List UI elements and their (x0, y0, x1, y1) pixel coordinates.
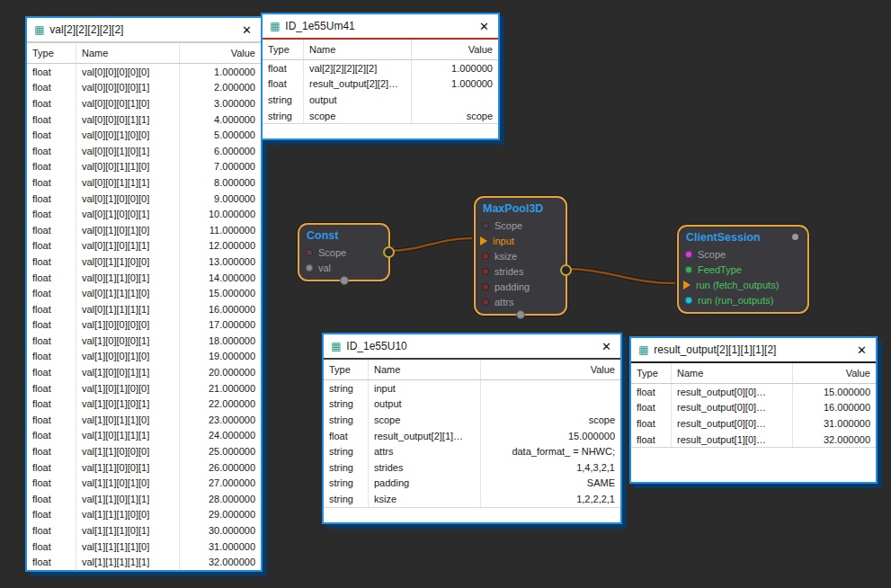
table-row[interactable]: floatval[1][1][1][1][1]32.000000 (27, 554, 261, 570)
node-clientsession[interactable]: ClientSession ScopeFeedTyperun (fetch_ou… (677, 225, 809, 314)
node-const[interactable]: Const Scopeval (298, 223, 390, 281)
table-row[interactable]: floatresult_output[0][0]…16.000000 (631, 400, 876, 416)
ksize-port[interactable] (482, 253, 489, 260)
table-row[interactable]: floatresult_output[0][0]…31.000000 (631, 415, 876, 432)
table-row[interactable]: stringksize1,2,2,2,1 (324, 491, 620, 507)
panel-titlebar[interactable]: ▦ result_output[2][1][1][1][2] ✕ (631, 338, 876, 361)
table-row[interactable]: stringscopescope (324, 412, 620, 428)
close-icon[interactable]: ✕ (477, 20, 491, 33)
table-row[interactable]: floatval[1][1][0][1][1]28.000000 (27, 491, 261, 507)
table-row[interactable]: floatval[1][0][1][0][0]21.000000 (27, 380, 261, 396)
column-header-value[interactable]: Value (412, 40, 498, 59)
table-row[interactable]: stringattrsdata_format_ = NHWC; (324, 443, 620, 459)
table-row[interactable]: floatval[1][1][1][0][0]29.000000 (27, 507, 261, 523)
table-row[interactable]: floatval[0][1][1][1][0]15.000000 (27, 285, 261, 301)
node-bottom-handle[interactable] (516, 310, 525, 319)
table-row[interactable]: floatresult_output[0][0]…15.000000 (631, 384, 876, 400)
padding-port[interactable] (482, 283, 489, 290)
column-header-name[interactable]: Name (76, 43, 180, 63)
scope-port[interactable] (306, 249, 313, 256)
table-row[interactable]: floatval[1][0][0][0][0]17.000000 (27, 317, 261, 334)
column-header-value[interactable]: Value (793, 363, 876, 383)
table-row[interactable]: stringinput (324, 380, 620, 396)
column-header-name[interactable]: Name (369, 360, 481, 379)
node-maxpool3d[interactable]: MaxPool3D Scopeinputksizestridespaddinga… (474, 196, 567, 316)
attrs-port-label: attrs (495, 297, 513, 307)
table-row[interactable]: floatval[1][1][0][0][1]26.000000 (27, 459, 261, 476)
table-row[interactable]: floatval[0][0][1][1][1]8.000000 (27, 174, 261, 191)
wire-maxpool-to-clientsession[interactable] (566, 269, 675, 283)
node-bottom-handle[interactable] (340, 276, 349, 285)
table-row[interactable]: floatval[0][1][0][0][1]10.000000 (27, 206, 261, 222)
panel-titlebar[interactable]: ▦ ID_1e55Um41 ✕ (263, 14, 498, 38)
val-port[interactable] (306, 264, 313, 272)
feedtype-port[interactable] (685, 266, 692, 273)
close-icon[interactable]: ✕ (240, 23, 254, 37)
table-cell (412, 92, 498, 108)
table-row[interactable]: floatval[0][1][1][1][1]16.000000 (27, 301, 261, 317)
table-row[interactable]: floatval[0][1][0][1][1]12.000000 (27, 238, 261, 254)
table-row[interactable]: floatresult_output[1][0]…32.000000 (631, 432, 876, 448)
table-row[interactable]: floatval[1][0][1][1][0]23.000000 (27, 412, 261, 428)
table-row[interactable]: floatval[1][1][0][0][0]25.000000 (27, 443, 261, 459)
table-row[interactable]: floatval[0][1][1][0][0]13.000000 (27, 254, 261, 270)
table-row[interactable]: floatval[2][2][2][2][2]1.000000 (263, 60, 498, 76)
table-row[interactable]: stringstrides1,4,3,2,1 (324, 459, 620, 476)
table-row[interactable]: floatval[0][0][0][1][0]3.000000 (27, 95, 261, 111)
panel-title: result_output[2][1][1][1][2] (654, 343, 850, 356)
panel-titlebar[interactable]: ▦ ID_1e55U10 ✕ (324, 334, 620, 358)
run-fetch-outputs-port[interactable] (683, 281, 691, 290)
table-row[interactable]: floatval[0][1][1][0][1]14.000000 (27, 270, 261, 286)
run-run-outputs-port[interactable] (685, 297, 692, 304)
input-port[interactable] (480, 236, 487, 245)
table-row[interactable]: floatval[0][1][0][1][0]11.000000 (27, 222, 261, 238)
table-row[interactable]: floatval[0][0][1][1][0]7.000000 (27, 159, 261, 175)
table-row[interactable]: stringoutput (263, 92, 498, 108)
table-row[interactable]: floatval[1][0][0][0][1]18.000000 (27, 333, 261, 349)
column-header-type[interactable]: Type (324, 360, 369, 379)
close-icon[interactable]: ✕ (855, 343, 869, 357)
table-cell: val[0][1][1][0][0] (76, 254, 180, 270)
table-cell: float (27, 270, 76, 286)
table-row[interactable]: floatval[1][0][1][0][1]22.000000 (27, 396, 261, 412)
output-port[interactable] (560, 264, 572, 276)
column-header-type[interactable]: Type (27, 43, 76, 63)
table-cell: scope (481, 412, 620, 428)
output-port[interactable] (383, 246, 395, 258)
column-header-type[interactable]: Type (631, 363, 672, 383)
table-row[interactable]: floatresult_output[2][2]…1.000000 (263, 76, 498, 93)
table-row[interactable]: floatval[0][1][0][0][0]9.000000 (27, 191, 261, 207)
table-cell: float (27, 396, 76, 412)
table-row[interactable]: floatresult_output[2][1]…15.000000 (324, 428, 620, 444)
table-row[interactable]: floatval[1][0][0][1][1]20.000000 (27, 364, 261, 380)
table-row[interactable]: floatval[1][0][1][1][1]24.000000 (27, 428, 261, 444)
table-row[interactable]: floatval[0][0][0][0][0]1.000000 (27, 64, 261, 80)
table-cell: 1.000000 (412, 76, 498, 93)
column-header-name[interactable]: Name (672, 363, 793, 383)
scope-port[interactable] (685, 251, 692, 258)
close-icon[interactable]: ✕ (600, 340, 613, 353)
table-row[interactable]: floatval[1][1][1][0][1]30.000000 (27, 522, 261, 539)
table-row[interactable]: stringoutput (324, 396, 620, 413)
table-row[interactable]: stringscopescope (263, 108, 498, 124)
table-row[interactable]: floatval[0][0][1][0][1]6.000000 (27, 143, 261, 159)
table-row[interactable]: floatval[1][1][0][1][0]27.000000 (27, 475, 261, 491)
wire-const-to-maxpool-input[interactable] (388, 238, 472, 251)
table-row[interactable]: floatval[1][1][1][1][0]31.000000 (27, 539, 261, 555)
scope-port[interactable] (482, 222, 489, 229)
table-row[interactable]: floatval[0][0][1][0][0]5.000000 (27, 127, 261, 143)
attrs-port[interactable] (482, 298, 489, 306)
table-cell: 10.000000 (180, 206, 261, 222)
table-row[interactable]: floatval[0][0][0][1][1]4.000000 (27, 111, 261, 128)
column-header-value[interactable]: Value (481, 360, 620, 379)
table-row[interactable]: stringpaddingSAME (324, 476, 620, 492)
graph-canvas[interactable]: Const Scopeval MaxPool3D Scopeinputksize… (0, 0, 891, 588)
table-row[interactable]: floatval[0][0][0][0][1]2.000000 (27, 80, 261, 96)
table-row[interactable]: floatval[1][0][0][1][0]19.000000 (27, 349, 261, 365)
scope-port-label: Scope (698, 249, 726, 260)
column-header-value[interactable]: Value (180, 43, 261, 63)
panel-titlebar[interactable]: ▦ val[2][2][2][2][2] ✕ (27, 18, 261, 41)
column-header-name[interactable]: Name (304, 40, 412, 59)
strides-port[interactable] (482, 268, 489, 275)
column-header-type[interactable]: Type (263, 40, 304, 59)
